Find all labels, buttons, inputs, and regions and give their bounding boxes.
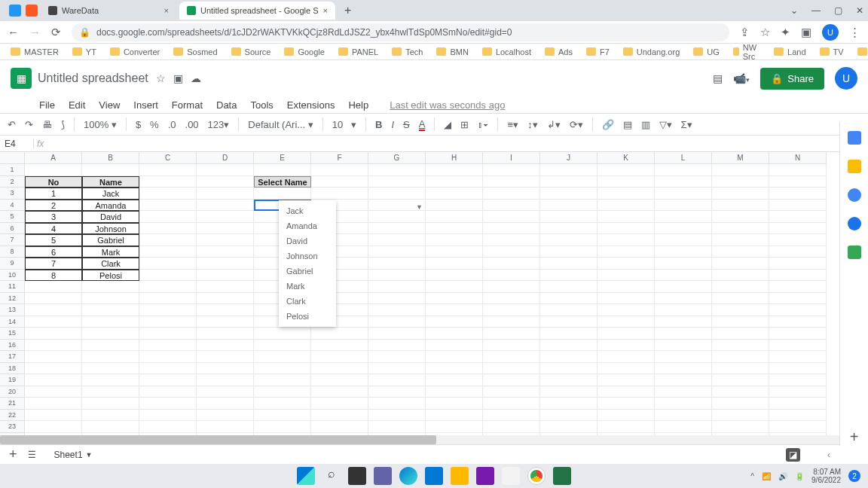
cell[interactable]	[483, 293, 540, 305]
formula-bar[interactable]	[47, 139, 868, 149]
cell[interactable]	[368, 410, 426, 422]
cell[interactable]	[82, 421, 139, 433]
cell[interactable]	[311, 421, 368, 433]
profile-avatar[interactable]: U	[822, 24, 839, 41]
tasks-icon[interactable]	[848, 188, 861, 202]
functions-button[interactable]: Σ▾	[681, 119, 692, 130]
cell[interactable]	[655, 351, 712, 363]
cell[interactable]	[311, 386, 368, 398]
dropdown-arrow-icon[interactable]: ▼	[416, 202, 423, 214]
cell[interactable]	[368, 351, 426, 363]
cell[interactable]	[483, 340, 540, 352]
cell[interactable]	[483, 374, 540, 386]
cell[interactable]	[655, 328, 712, 340]
cell[interactable]	[426, 386, 483, 398]
cell[interactable]	[254, 328, 311, 340]
cell[interactable]	[197, 270, 254, 282]
menu-format[interactable]: Format	[172, 99, 203, 111]
cell[interactable]	[368, 258, 426, 270]
cell[interactable]	[769, 421, 827, 433]
cell[interactable]	[483, 176, 540, 188]
cell[interactable]	[197, 223, 254, 235]
bookmark-item[interactable]: BMN	[436, 47, 468, 56]
cell[interactable]	[368, 164, 426, 176]
cell[interactable]: No	[25, 176, 82, 188]
reload-button[interactable]: ⟳	[51, 26, 61, 39]
cell[interactable]	[540, 363, 598, 375]
cell[interactable]	[82, 340, 139, 352]
dropdown-item[interactable]: Gabriel	[279, 264, 336, 279]
cell[interactable]	[769, 316, 827, 328]
cell[interactable]	[139, 234, 197, 246]
cell[interactable]	[25, 374, 82, 386]
col-header[interactable]: A	[25, 152, 82, 164]
cell[interactable]	[197, 374, 254, 386]
cell[interactable]	[254, 386, 311, 398]
cell[interactable]	[769, 304, 827, 316]
dropdown-item[interactable]: Jack	[279, 203, 336, 218]
menu-edit[interactable]: Edit	[69, 99, 85, 111]
cell[interactable]	[483, 164, 540, 176]
row-header[interactable]: 7	[0, 234, 25, 246]
cell[interactable]	[197, 304, 254, 316]
paint-format-button[interactable]: ⟆	[61, 119, 65, 130]
menu-data[interactable]: Data	[216, 99, 237, 111]
cell[interactable]	[311, 374, 368, 386]
cell[interactable]	[483, 211, 540, 223]
bookmark-item[interactable]: Ads	[545, 47, 573, 56]
cell[interactable]	[368, 188, 426, 200]
cell[interactable]	[368, 386, 426, 398]
cell[interactable]	[483, 351, 540, 363]
cell[interactable]	[25, 281, 82, 293]
cell[interactable]	[769, 164, 827, 176]
cell[interactable]	[426, 258, 483, 270]
cell[interactable]	[540, 316, 598, 328]
cell[interactable]	[139, 281, 197, 293]
cell[interactable]	[655, 421, 712, 433]
url-bar[interactable]: 🔒 docs.google.com/spreadsheets/d/1cJD2rW…	[72, 23, 729, 41]
cell[interactable]	[655, 223, 712, 235]
col-header[interactable]: K	[598, 152, 655, 164]
cell[interactable]	[254, 398, 311, 410]
cell[interactable]	[598, 340, 655, 352]
cell[interactable]	[540, 234, 598, 246]
sheet-tab[interactable]: Sheet1 ▼	[47, 447, 100, 462]
cell[interactable]	[197, 410, 254, 422]
comments-icon[interactable]: ▤	[713, 72, 723, 84]
cell[interactable]	[197, 398, 254, 410]
v-align-button[interactable]: ↕▾	[527, 119, 538, 130]
extensions-icon[interactable]: ✦	[781, 26, 790, 39]
cell[interactable]	[254, 340, 311, 352]
cell[interactable]	[540, 281, 598, 293]
cell[interactable]	[368, 304, 426, 316]
cell[interactable]	[483, 386, 540, 398]
cell[interactable]	[769, 188, 827, 200]
cell[interactable]	[483, 363, 540, 375]
cell[interactable]	[139, 328, 197, 340]
clock-time[interactable]: 8:07 AM	[811, 468, 841, 476]
tray-chevron-icon[interactable]: ^	[750, 472, 754, 480]
share-page-icon[interactable]: ⇪	[740, 26, 750, 39]
cell[interactable]: 2	[25, 200, 82, 212]
cell[interactable]	[139, 176, 197, 188]
chart-button[interactable]: ▥	[641, 119, 650, 130]
cell[interactable]	[25, 304, 82, 316]
cell[interactable]	[311, 410, 368, 422]
bookmark-item[interactable]: Source	[231, 47, 271, 56]
cell[interactable]: Name	[82, 176, 139, 188]
cell[interactable]	[769, 200, 827, 212]
cell[interactable]	[197, 421, 254, 433]
cell[interactable]	[82, 328, 139, 340]
cell[interactable]	[368, 340, 426, 352]
cell[interactable]	[25, 351, 82, 363]
cell[interactable]	[311, 363, 368, 375]
col-header[interactable]: H	[426, 152, 483, 164]
cell[interactable]	[139, 223, 197, 235]
search-icon[interactable]: ⌕	[322, 467, 341, 485]
cell[interactable]	[25, 328, 82, 340]
cell[interactable]	[197, 176, 254, 188]
cell[interactable]	[426, 234, 483, 246]
battery-icon[interactable]: 🔋	[795, 472, 804, 480]
zoom-select[interactable]: 100% ▾	[84, 119, 117, 130]
col-header[interactable]: G	[368, 152, 426, 164]
